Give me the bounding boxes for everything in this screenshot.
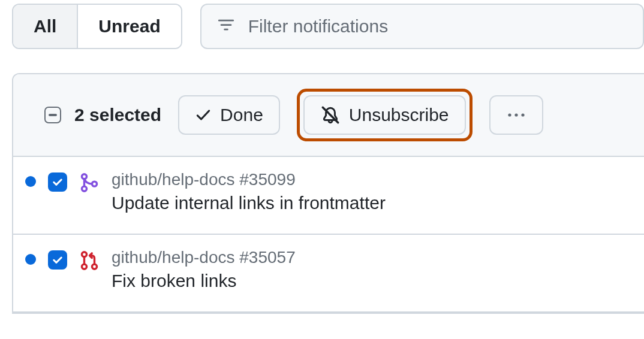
unsubscribe-label: Unsubscribe	[349, 105, 449, 125]
more-actions-button[interactable]	[489, 95, 543, 135]
svg-point-3	[521, 113, 524, 116]
bulk-toolbar: 2 selected Done Unsubscribe	[13, 74, 644, 157]
check-icon	[195, 107, 212, 123]
inbox-tabs: All Unread	[12, 4, 182, 49]
notification-row[interactable]: github/help-docs #35057 Fix broken links	[13, 235, 644, 313]
done-label: Done	[220, 105, 263, 125]
kebab-icon	[506, 112, 526, 118]
select-all-checkbox[interactable]	[44, 107, 61, 123]
filter-placeholder: Filter notifications	[248, 16, 388, 37]
unsubscribe-highlight: Unsubscribe	[297, 89, 473, 141]
git-merge-icon	[79, 172, 100, 193]
tab-unread[interactable]: Unread	[77, 5, 180, 48]
repo-ref: github/help-docs #35099	[112, 170, 386, 189]
filter-icon	[217, 17, 235, 35]
done-button[interactable]: Done	[178, 95, 280, 135]
row-checkbox[interactable]	[48, 250, 67, 270]
git-pull-request-icon	[79, 250, 100, 271]
unsubscribe-button[interactable]: Unsubscribe	[303, 95, 466, 135]
top-bar: All Unread Filter notifications	[12, 0, 644, 49]
notification-row[interactable]: github/help-docs #35099 Update internal …	[13, 157, 644, 235]
notifications-list: 2 selected Done Unsubscribe	[12, 73, 644, 314]
notification-title: Fix broken links	[112, 271, 296, 291]
notification-title: Update internal links in frontmatter	[112, 193, 386, 213]
repo-ref: github/help-docs #35057	[112, 248, 296, 267]
tab-all[interactable]: All	[13, 5, 77, 48]
bell-slash-icon	[320, 105, 341, 125]
filter-input[interactable]: Filter notifications	[200, 4, 644, 49]
svg-point-2	[514, 113, 517, 116]
unread-dot-icon	[25, 176, 36, 187]
selected-count: 2 selected	[74, 105, 161, 125]
row-checkbox[interactable]	[48, 172, 67, 192]
unread-dot-icon	[25, 254, 36, 265]
svg-point-1	[508, 113, 511, 116]
